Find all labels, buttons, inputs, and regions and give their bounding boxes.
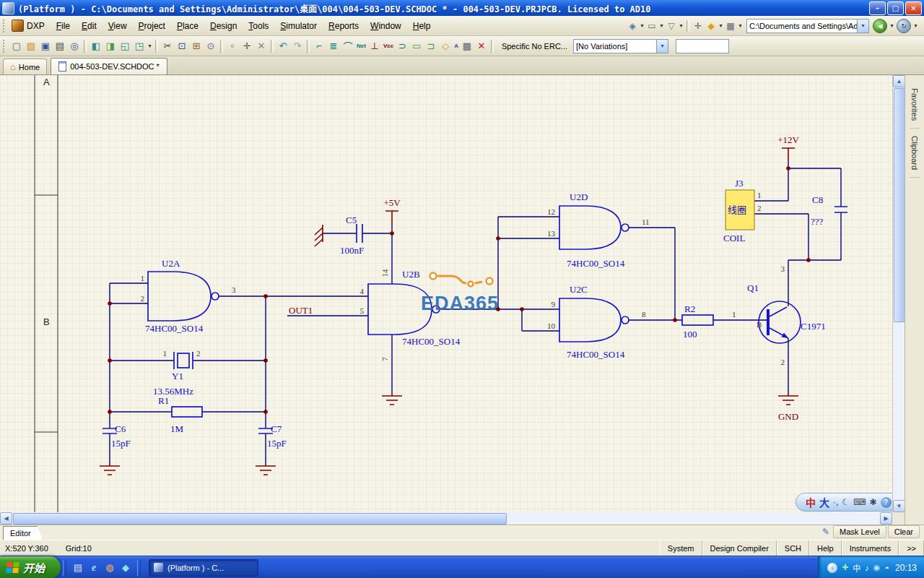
place-vcc-port-icon[interactable]: Vcc [382, 39, 395, 53]
power-port-12v-label[interactable]: +12V [777, 134, 799, 145]
taskbar-handle[interactable] [137, 560, 141, 576]
c6-comment[interactable]: 15pF [111, 438, 131, 449]
nav-back-caret[interactable]: ▾ [889, 20, 895, 33]
menu-edit[interactable]: Edit [76, 18, 103, 34]
menu-help[interactable]: Help [407, 18, 437, 34]
place-array-icon[interactable]: ▩ [460, 39, 474, 53]
display-mode-icon[interactable]: ▭ [645, 20, 658, 33]
rubber-stamp-icon[interactable]: ⊙ [204, 39, 218, 53]
ime-width-mode-icon[interactable]: 大 [819, 495, 829, 509]
ime-language-indicator[interactable]: 中 [806, 495, 816, 509]
menu-file[interactable]: File [51, 18, 76, 34]
path-combo-value[interactable]: C:\Documents and Settings\Admi [747, 22, 857, 30]
minimize-button[interactable]: – [869, 1, 886, 15]
ime-soft-keyboard-icon[interactable]: ⌨ [853, 497, 866, 507]
place-bus-icon[interactable]: ≣ [326, 39, 341, 53]
u2a-designator[interactable]: U2A [162, 258, 180, 269]
altium-app-icon[interactable] [2, 2, 14, 14]
new-document-icon[interactable]: ▢ [9, 39, 24, 53]
place-net-label-icon[interactable]: Net [355, 39, 367, 53]
r2-comment[interactable]: 100 [683, 329, 697, 340]
horizontal-scrollbar[interactable]: ◀ ▶ [0, 512, 892, 525]
power-port-gnd-label[interactable]: GND [778, 411, 798, 422]
print-preview-icon[interactable]: ◎ [67, 39, 82, 53]
mask-level-button[interactable]: Mask Level [833, 525, 886, 538]
toolbar-edit-box[interactable] [676, 39, 729, 53]
r2-designator[interactable]: R2 [684, 303, 695, 314]
u2c-designator[interactable]: U2C [570, 284, 588, 295]
menu-place[interactable]: Place [171, 18, 204, 34]
dropdown-caret[interactable]: ▾ [658, 20, 665, 33]
panel-system[interactable]: System [660, 540, 702, 556]
menu-simulator[interactable]: Simulator [274, 18, 323, 34]
variations-dropdown[interactable]: ▾ [656, 40, 668, 53]
c8-designator[interactable]: C8 [812, 194, 823, 205]
tray-network-icon[interactable]: ◉ [873, 563, 881, 572]
panel-sch[interactable]: SCH [777, 540, 809, 556]
horizontal-scroll-thumb[interactable] [13, 513, 507, 525]
taskbar-clock[interactable]: 20:13 [895, 563, 917, 573]
u2d-comment[interactable]: 74HC00_SO14 [567, 258, 625, 269]
nav-refresh-caret[interactable]: ▾ [912, 20, 919, 33]
ime-punctuation-icon[interactable]: ·, [833, 497, 838, 507]
net-label-out1[interactable]: OUT1 [289, 305, 313, 316]
no-erc-label[interactable]: Specific No ERC... [502, 42, 567, 51]
ime-help-button[interactable]: ? [881, 497, 892, 508]
nav-refresh-button[interactable]: ↻ [897, 19, 911, 33]
device-view-icon[interactable]: ◧ [89, 39, 103, 53]
panel-tab-clipboard[interactable]: Clipboard [910, 129, 920, 178]
menu-design[interactable]: Design [204, 18, 243, 34]
panel-tab-favorites[interactable]: Favorites [910, 81, 920, 129]
u2b-comment[interactable]: 74HC00_SO14 [402, 336, 461, 347]
tray-antivirus-icon[interactable]: ✚ [842, 563, 848, 572]
tray-update-icon[interactable]: ◓ [884, 564, 889, 572]
place-sheet-entry-icon[interactable]: ⊐ [424, 39, 438, 53]
q1-comment[interactable]: C1971 [801, 321, 826, 332]
scroll-down-button[interactable]: ▼ [893, 500, 905, 512]
schematic-sheet[interactable]: A B +5V +12V GND OUT1 U2A 74HC00_SO14 1 … [0, 75, 892, 512]
tray-ime-icon[interactable]: 中 [853, 562, 860, 574]
menu-project[interactable]: Project [133, 18, 171, 34]
ime-moon-icon[interactable]: ☾ [842, 497, 850, 507]
open-document-icon[interactable]: ▨ [24, 39, 38, 53]
tray-chevron-button[interactable]: ‹ [827, 563, 837, 573]
print-icon[interactable]: ▤ [53, 39, 67, 53]
y1-designator[interactable]: Y1 [172, 371, 183, 381]
select-area-icon[interactable]: ▫ [225, 39, 240, 53]
panel-design-compiler[interactable]: Design Compiler [702, 540, 777, 556]
start-button[interactable]: 开始 [0, 556, 61, 578]
clear-button[interactable]: Clear [888, 525, 920, 538]
c5-comment[interactable]: 100nF [340, 245, 364, 256]
board-view-icon[interactable]: ◨ [103, 39, 118, 53]
favorites-icon[interactable]: ◆ [705, 20, 718, 33]
quick-launch-handle[interactable] [63, 560, 66, 576]
paste-icon[interactable]: ⊞ [189, 39, 204, 53]
editor-tab[interactable]: Editor [3, 526, 43, 540]
toolbar-grip[interactable] [3, 40, 6, 53]
simulation-icon[interactable]: ◈ [626, 20, 639, 33]
tray-volume-icon[interactable]: ♪ [865, 564, 869, 572]
zoom-dropdown-caret[interactable]: ▾ [147, 39, 153, 53]
place-part-icon[interactable]: ⊃ [395, 39, 409, 53]
place-text-icon[interactable]: A [453, 39, 460, 53]
j3-designator[interactable]: J3 [735, 178, 744, 189]
clear-selection-icon[interactable]: ✕ [254, 39, 269, 53]
panel-help[interactable]: Help [809, 540, 842, 556]
u2b-designator[interactable]: U2B [402, 269, 420, 280]
menu-tools[interactable]: Tools [243, 18, 274, 34]
place-sheet-symbol-icon[interactable]: ▭ [409, 39, 424, 53]
scroll-right-button[interactable]: ▶ [880, 512, 892, 525]
zoom-fit-icon[interactable]: ◳ [132, 39, 147, 53]
undo-icon[interactable]: ↶ [276, 39, 290, 53]
show-desktop-icon[interactable]: ▤ [71, 561, 84, 574]
panel-instruments[interactable]: Instruments [842, 540, 899, 556]
internet-explorer-icon[interactable]: e [87, 561, 100, 574]
q1-designator[interactable]: Q1 [747, 282, 759, 293]
scroll-up-button[interactable]: ▲ [893, 75, 905, 87]
save-icon[interactable]: ▣ [38, 39, 53, 53]
zoom-area-icon[interactable]: ◱ [118, 39, 132, 53]
u2c-comment[interactable]: 74HC00_SO14 [567, 349, 625, 360]
close-button[interactable]: ✕ [905, 1, 922, 15]
c7-comment[interactable]: 15pF [267, 438, 287, 449]
c5-designator[interactable]: C5 [346, 215, 357, 225]
